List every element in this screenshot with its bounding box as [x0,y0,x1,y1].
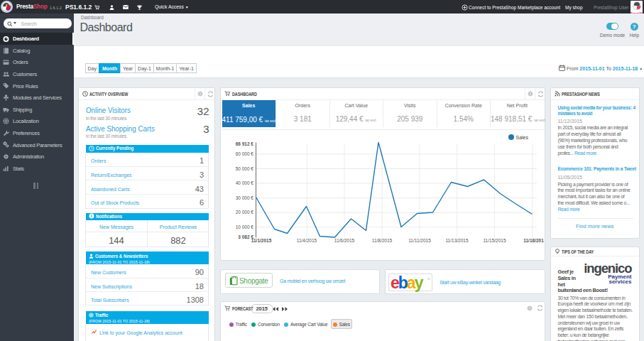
svg-text:Sales: Sales [515,134,528,139]
svg-text:66 912 €: 66 912 € [235,141,253,146]
svg-text:11/6/2015: 11/6/2015 [334,238,354,243]
svg-text:11/1/2015: 11/1/2015 [251,238,271,243]
svg-text:20 000 €: 20 000 € [235,210,253,215]
svg-text:11/11/2015: 11/11/2015 [408,238,431,243]
svg-text:11/13/2015: 11/13/2015 [445,238,468,243]
svg-text:11/8/2015: 11/8/2015 [371,238,392,243]
svg-text:11/18/201: 11/18/201 [523,238,544,243]
svg-text:11/15/2015: 11/15/2015 [483,238,506,243]
svg-text:40 000 €: 40 000 € [235,180,253,185]
svg-text:60 000 €: 60 000 € [235,151,253,156]
svg-text:50 000 €: 50 000 € [235,166,253,170]
svg-text:10 000 €: 10 000 € [235,224,253,229]
svg-text:30 000 €: 30 000 € [235,195,253,200]
svg-text:11/4/2015: 11/4/2015 [296,238,317,243]
